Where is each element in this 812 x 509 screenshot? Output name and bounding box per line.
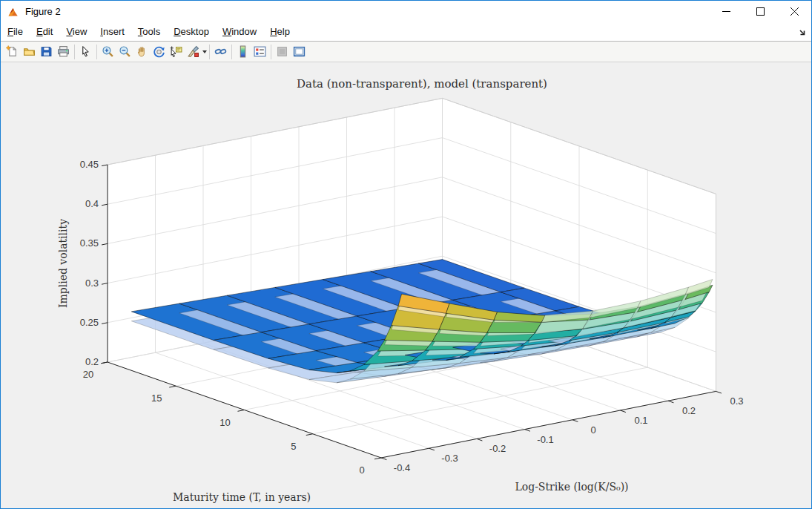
figure-window: Figure 2 FileEditViewInsertToolsDesktopW… xyxy=(0,0,812,509)
zoom-out-icon[interactable] xyxy=(116,43,133,60)
toolbar-separator xyxy=(74,45,75,59)
matlab-logo-icon xyxy=(7,6,19,18)
z-tick-label: 0.45 xyxy=(54,159,99,170)
figure-toolbar xyxy=(1,42,811,62)
menu-item-edit[interactable]: Edit xyxy=(30,23,59,40)
y-tick-label: 0 xyxy=(340,464,384,476)
y-tick-label: 10 xyxy=(203,417,248,428)
rotate-3d-icon[interactable] xyxy=(151,43,168,60)
insert-colorbar-icon[interactable] xyxy=(234,43,251,60)
close-button[interactable] xyxy=(777,1,811,22)
pan-hand-icon[interactable] xyxy=(133,43,151,60)
hide-plot-tools-icon[interactable] xyxy=(274,43,291,60)
menu-bar: FileEditViewInsertToolsDesktopWindowHelp xyxy=(1,22,811,42)
menu-item-view[interactable]: View xyxy=(59,23,93,40)
toolbar-separator xyxy=(209,45,210,59)
y-tick-label: 20 xyxy=(66,369,110,380)
maximize-button[interactable] xyxy=(743,1,777,22)
open-folder-icon[interactable] xyxy=(21,43,38,60)
save-icon[interactable] xyxy=(38,43,55,60)
data-cursor-icon[interactable] xyxy=(168,43,185,60)
zoom-in-icon[interactable] xyxy=(99,43,116,60)
z-tick-label: 0.2 xyxy=(54,356,99,367)
x-tick-label: -0.3 xyxy=(428,453,472,464)
x-tick-label: -0.1 xyxy=(524,434,568,445)
brush-icon[interactable] xyxy=(185,43,202,60)
figure-canvas: Data (non-transparent), model (transpare… xyxy=(1,62,811,508)
x-tick-label: 0.2 xyxy=(667,405,711,416)
link-plot-icon[interactable] xyxy=(212,43,229,60)
y-tick-label: 15 xyxy=(134,393,179,404)
window-titlebar[interactable]: Figure 2 xyxy=(1,1,811,22)
x-tick-label: 0.3 xyxy=(715,395,759,407)
minimize-button[interactable] xyxy=(709,1,743,22)
brush-dropdown-caret[interactable] xyxy=(202,50,207,53)
z-tick-label: 0.3 xyxy=(54,278,99,289)
z-axis-label: Implied volatility xyxy=(57,204,69,323)
menu-item-window[interactable]: Window xyxy=(216,23,263,40)
menu-item-file[interactable]: File xyxy=(1,23,30,40)
plot-title: Data (non-transparent), model (transpare… xyxy=(31,77,812,91)
show-plot-tools-dock-icon[interactable] xyxy=(291,43,308,60)
new-file-icon[interactable] xyxy=(4,43,21,60)
x-tick-label: 0.1 xyxy=(619,415,664,426)
toolbar-separator xyxy=(96,45,97,59)
toolbar-separator xyxy=(271,45,271,59)
z-tick-label: 0.4 xyxy=(54,198,99,209)
x-tick-label: 0 xyxy=(571,424,615,436)
x-axis-label: Log-Strike (log(K/S₀)) xyxy=(475,481,668,493)
menu-item-tools[interactable]: Tools xyxy=(131,23,167,40)
insert-legend-icon[interactable] xyxy=(251,43,268,60)
x-tick-label: -0.4 xyxy=(380,462,424,473)
menu-item-insert[interactable]: Insert xyxy=(93,23,131,40)
y-axis-label: Maturity time (T, in years) xyxy=(145,491,338,503)
print-icon[interactable] xyxy=(55,43,72,60)
dock-figure-arrow-icon[interactable] xyxy=(798,27,807,40)
surface-plot[interactable] xyxy=(1,62,811,508)
arrow-cursor-icon[interactable] xyxy=(77,43,94,60)
z-tick-label: 0.25 xyxy=(54,317,99,328)
z-tick-label: 0.35 xyxy=(54,237,99,249)
x-tick-label: -0.2 xyxy=(475,443,520,454)
y-tick-label: 5 xyxy=(271,441,316,452)
menu-item-desktop[interactable]: Desktop xyxy=(167,23,216,40)
toolbar-separator xyxy=(231,45,232,59)
menu-item-help[interactable]: Help xyxy=(263,23,297,40)
window-title: Figure 2 xyxy=(25,6,61,17)
